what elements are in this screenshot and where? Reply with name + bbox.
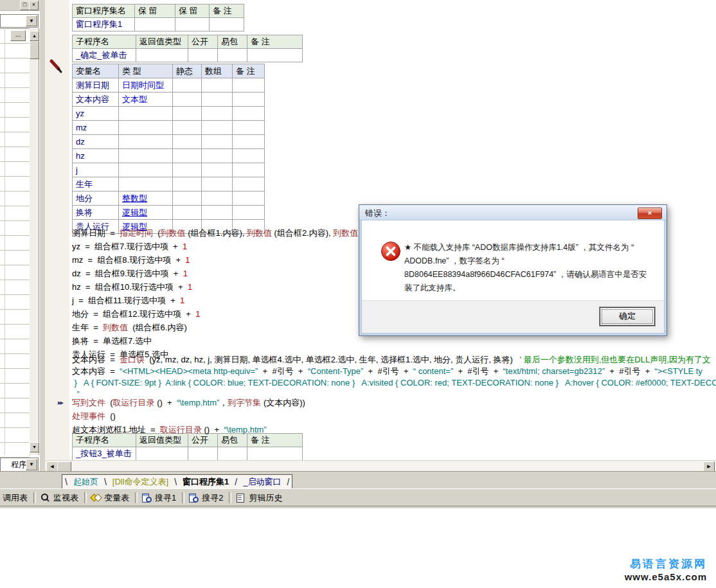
code-block[interactable]: 测算日期 = 指定时间 (到数值 (组合框1.内容), 到数值 (组合框2.内容… xyxy=(72,226,363,361)
program-combobox[interactable]: 程序 ▼ xyxy=(0,458,39,472)
table-cell[interactable] xyxy=(119,163,173,177)
restore-icon[interactable]: □ xyxy=(20,1,30,10)
table-cell[interactable] xyxy=(233,121,265,135)
editor-tab[interactable]: _启动窗口 xyxy=(237,476,287,488)
table-cell[interactable]: _确定_被单击 xyxy=(73,49,136,62)
table-cell[interactable] xyxy=(233,93,265,107)
table-cell[interactable] xyxy=(247,447,303,461)
close-icon[interactable]: × xyxy=(29,1,39,10)
table-cell[interactable] xyxy=(173,78,202,93)
table-cell[interactable] xyxy=(136,447,188,461)
editor-tab[interactable]: [Dll命令定义表] xyxy=(107,476,174,488)
table-cell[interactable] xyxy=(202,177,233,192)
table-cell[interactable] xyxy=(233,107,265,121)
chevron-down-icon[interactable]: ▼ xyxy=(26,459,37,470)
table-cell[interactable] xyxy=(233,163,265,177)
table-cell[interactable] xyxy=(173,135,202,149)
table-cell[interactable]: 地分 xyxy=(73,192,119,206)
code-line[interactable]: 文本内容 = “<HTML><HEAD><meta http-equiv=” +… xyxy=(72,366,716,377)
table-cell[interactable]: 逻辑型 xyxy=(119,206,173,220)
table-cell[interactable] xyxy=(202,121,233,135)
table-cell[interactable]: j xyxy=(73,163,119,177)
table-cell[interactable]: yz xyxy=(73,107,119,121)
code-line[interactable]: j = 组合框11.现行选中项 + 1 xyxy=(72,294,363,307)
table-cell[interactable]: 日期时间型 xyxy=(119,78,173,93)
code-line[interactable]: 超文本浏览框1.地址 = 取运行目录 () + “\temp.htm” xyxy=(72,423,305,436)
code-line[interactable]: 测算日期 = 指定时间 (到数值 (组合框1.内容), 到数值 (组合框2.内容… xyxy=(72,226,363,240)
table-cell[interactable] xyxy=(119,149,173,163)
table-cell[interactable] xyxy=(173,206,202,220)
table-cell[interactable] xyxy=(233,206,265,220)
code-line[interactable]: ▸▸写到文件 (取运行目录 () + “\temp.htm”，到字节集 (文本内… xyxy=(72,396,305,409)
table-cell[interactable] xyxy=(188,447,218,461)
scroll-right-icon[interactable]: ▶ xyxy=(703,461,715,471)
table-cell[interactable] xyxy=(218,447,247,461)
close-icon[interactable]: × xyxy=(638,208,662,219)
scroll-down-icon[interactable]: ▼ xyxy=(30,442,39,452)
table-cell[interactable] xyxy=(173,163,202,177)
table-cell[interactable] xyxy=(202,93,233,107)
table-cell[interactable] xyxy=(173,121,202,135)
code-line[interactable]: mz = 组合框8.现行选中项 + 1 xyxy=(72,253,363,267)
code-block[interactable]: 文本内容 = 金口诀 (yz, mz, dz, hz, j, 测算日期, 单选框… xyxy=(72,354,716,400)
table-cell[interactable] xyxy=(202,206,233,220)
table-cell[interactable] xyxy=(173,107,202,121)
table-cell[interactable] xyxy=(188,49,218,62)
table-cell[interactable] xyxy=(202,163,233,177)
scroll-left-icon[interactable]: ◀ xyxy=(46,461,58,471)
code-line[interactable]: 换将 = 单选框7.选中 xyxy=(72,334,363,348)
table-cell[interactable]: 换将 xyxy=(73,206,119,220)
scrollbar-thumb[interactable] xyxy=(30,41,39,59)
table-cell[interactable] xyxy=(247,49,303,62)
code-block[interactable]: ▸▸写到文件 (取运行目录 () + “\temp.htm”，到字节集 (文本内… xyxy=(72,396,305,436)
table-cell[interactable] xyxy=(218,49,247,62)
table-cell[interactable]: hz xyxy=(73,149,119,163)
table-cell[interactable] xyxy=(173,149,202,163)
code-line[interactable]: dz = 组合框9.现行选中项 + 1 xyxy=(72,267,363,280)
table-cell[interactable] xyxy=(119,177,173,192)
table-cell[interactable] xyxy=(202,107,233,121)
code-line[interactable]: 地分 = 组合框12.现行选中项 + 1 xyxy=(72,307,363,321)
toolbar-button[interactable]: 调用表 xyxy=(0,491,31,505)
scroll-up-icon[interactable]: ▲ xyxy=(30,31,39,41)
table-cell[interactable]: _按钮3_被单击 xyxy=(73,447,136,461)
editor-tab[interactable]: 起始页 xyxy=(67,476,104,488)
table-cell[interactable] xyxy=(233,177,265,192)
table-cell[interactable]: 文本内容 xyxy=(73,93,119,107)
table-cell[interactable]: mz xyxy=(73,121,119,135)
table-cell[interactable] xyxy=(119,135,173,149)
table-cell[interactable] xyxy=(233,78,265,93)
table-cell[interactable] xyxy=(202,135,233,149)
code-line[interactable]: } A { FONT-SIZE: 9pt } A:link { COLOR: b… xyxy=(72,377,716,389)
property-scrollbar[interactable]: ▲ ▼ xyxy=(30,28,39,455)
dialog-titlebar[interactable]: 错误： × xyxy=(359,205,667,220)
table-cell[interactable]: 测算日期 xyxy=(73,78,119,93)
table-cell[interactable] xyxy=(233,135,265,149)
code-line[interactable]: hz = 组合框10.现行选中项 + 1 xyxy=(72,280,363,294)
ok-button[interactable]: 确定 xyxy=(600,307,655,326)
chevron-down-icon[interactable]: ▼ xyxy=(26,15,37,26)
table-cell[interactable]: dz xyxy=(73,135,119,149)
editor-tab[interactable]: 窗口程序集1 xyxy=(177,476,235,488)
table-cell[interactable] xyxy=(202,78,233,93)
table-cell[interactable] xyxy=(202,149,233,163)
code-line[interactable]: 生年 = 到数值 (组合框6.内容) xyxy=(72,321,363,334)
toolbar-button[interactable]: 监视表 xyxy=(38,491,82,505)
table-cell[interactable] xyxy=(119,121,173,135)
table-cell[interactable] xyxy=(233,192,265,206)
toolbar-button[interactable]: 变量表 xyxy=(89,491,133,505)
table-cell[interactable] xyxy=(173,192,202,206)
code-line[interactable]: 处理事件 () xyxy=(72,409,305,423)
toolbar-button[interactable]: 搜寻1 xyxy=(139,491,180,505)
table-cell[interactable] xyxy=(136,49,188,62)
toolbar-button[interactable]: 剪辑历史 xyxy=(233,491,286,505)
table-cell[interactable] xyxy=(119,107,173,121)
table-cell[interactable]: 生年 xyxy=(73,177,119,192)
toolbar-button[interactable]: 搜寻2 xyxy=(186,491,227,505)
table-cell[interactable] xyxy=(175,18,210,31)
table-cell[interactable]: 文本型 xyxy=(119,93,173,107)
table-cell[interactable]: 整数型 xyxy=(119,192,173,206)
code-line[interactable]: yz = 组合框7.现行选中项 + 1 xyxy=(72,240,363,253)
scrollbar-thumb[interactable] xyxy=(57,461,71,471)
code-line[interactable]: 文本内容 = 金口诀 (yz, mz, dz, hz, j, 测算日期, 单选框… xyxy=(72,354,716,366)
